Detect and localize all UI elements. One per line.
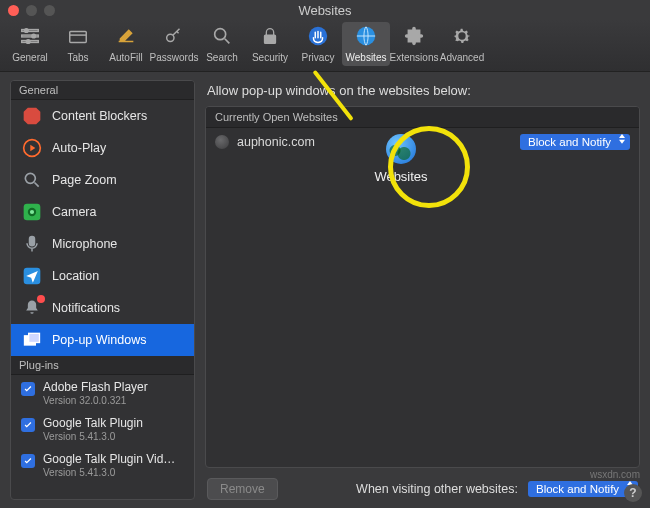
sidebar: General Content Blockers Auto-Play Page … bbox=[10, 80, 195, 500]
websites-list-panel: Currently Open Websites auphonic.com Blo… bbox=[205, 106, 640, 468]
svg-point-5 bbox=[26, 40, 30, 44]
remove-button[interactable]: Remove bbox=[207, 478, 278, 500]
toolbar-label: Passwords bbox=[150, 52, 199, 63]
footer-label: When visiting other websites: bbox=[356, 482, 518, 496]
site-globe-icon bbox=[215, 135, 229, 149]
svg-marker-12 bbox=[24, 108, 41, 125]
hand-icon bbox=[305, 23, 331, 49]
lock-icon bbox=[257, 23, 283, 49]
plugin-version: Version 5.41.3.0 bbox=[43, 431, 143, 442]
camera-icon bbox=[21, 201, 43, 223]
svg-point-7 bbox=[167, 34, 174, 41]
location-icon bbox=[21, 265, 43, 287]
sidebar-item-camera[interactable]: Camera bbox=[11, 196, 194, 228]
sidebar-item-content-blockers[interactable]: Content Blockers bbox=[11, 100, 194, 132]
sidebar-item-auto-play[interactable]: Auto-Play bbox=[11, 132, 194, 164]
sidebar-item-label: Content Blockers bbox=[52, 109, 147, 123]
toolbar-label: Extensions bbox=[390, 52, 439, 63]
gear-icon bbox=[449, 23, 475, 49]
toolbar-search[interactable]: Search bbox=[198, 22, 246, 66]
toolbar-label: General bbox=[12, 52, 48, 63]
titlebar: Websites bbox=[0, 0, 650, 20]
magnify-icon bbox=[21, 169, 43, 191]
sidebar-plugin-gtalk[interactable]: Google Talk Plugin Version 5.41.3.0 bbox=[11, 411, 194, 447]
toolbar-label: Websites bbox=[346, 52, 387, 63]
puzzle-icon bbox=[401, 23, 427, 49]
sidebar-item-pop-up-windows[interactable]: Pop-up Windows bbox=[11, 324, 194, 356]
checkbox-checked-icon[interactable] bbox=[21, 382, 35, 396]
toolbar-label: Advanced bbox=[440, 52, 484, 63]
toolbar-advanced[interactable]: Advanced bbox=[438, 22, 486, 66]
window-controls bbox=[8, 5, 55, 16]
sidebar-item-label: Auto-Play bbox=[52, 141, 106, 155]
plugin-name: Google Talk Plugin Vid… bbox=[43, 452, 175, 466]
main-title: Allow pop-up windows on the websites bel… bbox=[205, 80, 640, 106]
checkbox-checked-icon[interactable] bbox=[21, 454, 35, 468]
svg-point-3 bbox=[25, 29, 29, 33]
panel-footer: Remove When visiting other websites: Blo… bbox=[205, 468, 640, 500]
search-icon bbox=[209, 23, 235, 49]
sidebar-item-page-zoom[interactable]: Page Zoom bbox=[11, 164, 194, 196]
sidebar-item-label: Camera bbox=[52, 205, 96, 219]
sidebar-header-plugins: Plug-ins bbox=[11, 356, 194, 375]
checkbox-checked-icon[interactable] bbox=[21, 418, 35, 432]
website-domain: auphonic.com bbox=[237, 135, 512, 149]
sidebar-item-label: Notifications bbox=[52, 301, 120, 315]
toolbar-label: Tabs bbox=[67, 52, 88, 63]
svg-rect-6 bbox=[70, 31, 87, 42]
toolbar-websites[interactable]: Websites bbox=[342, 22, 390, 66]
preferences-toolbar: General Tabs AutoFill Passwords Search S… bbox=[0, 20, 650, 72]
svg-point-18 bbox=[30, 210, 34, 214]
plugin-version: Version 32.0.0.321 bbox=[43, 395, 148, 406]
toolbar-privacy[interactable]: Privacy bbox=[294, 22, 342, 66]
sidebar-item-microphone[interactable]: Microphone bbox=[11, 228, 194, 260]
toolbar-autofill[interactable]: AutoFill bbox=[102, 22, 150, 66]
main-panel: Allow pop-up windows on the websites bel… bbox=[205, 80, 640, 500]
svg-point-8 bbox=[215, 29, 226, 40]
toolbar-tabs[interactable]: Tabs bbox=[54, 22, 102, 66]
notification-badge-icon bbox=[37, 295, 45, 303]
stop-sign-icon bbox=[21, 105, 43, 127]
plugin-name: Adobe Flash Player bbox=[43, 380, 148, 394]
plugin-version: Version 5.41.3.0 bbox=[43, 467, 175, 478]
pencil-icon bbox=[113, 23, 139, 49]
svg-point-4 bbox=[32, 34, 36, 38]
svg-marker-14 bbox=[30, 145, 35, 152]
toolbar-security[interactable]: Security bbox=[246, 22, 294, 66]
svg-rect-9 bbox=[265, 35, 276, 43]
panel-header: Currently Open Websites bbox=[206, 107, 639, 128]
sidebar-item-location[interactable]: Location bbox=[11, 260, 194, 292]
sidebar-header-general: General bbox=[11, 81, 194, 100]
sidebar-plugin-gtalk-video[interactable]: Google Talk Plugin Vid… Version 5.41.3.0 bbox=[11, 447, 194, 483]
sidebar-item-label: Microphone bbox=[52, 237, 117, 251]
svg-rect-19 bbox=[30, 237, 35, 246]
toolbar-label: Search bbox=[206, 52, 238, 63]
key-icon bbox=[161, 23, 187, 49]
window-title: Websites bbox=[0, 3, 650, 18]
sidebar-item-label: Location bbox=[52, 269, 99, 283]
sidebar-item-label: Pop-up Windows bbox=[52, 333, 147, 347]
sidebar-item-label: Page Zoom bbox=[52, 173, 117, 187]
toolbar-label: AutoFill bbox=[109, 52, 142, 63]
minimize-window-button[interactable] bbox=[26, 5, 37, 16]
sidebar-item-notifications[interactable]: Notifications bbox=[11, 292, 194, 324]
play-circle-icon bbox=[21, 137, 43, 159]
default-option-select[interactable]: Block and Notify bbox=[528, 481, 638, 497]
help-button[interactable]: ? bbox=[624, 484, 642, 502]
svg-point-15 bbox=[25, 173, 35, 183]
globe-icon bbox=[353, 23, 379, 49]
website-option-select[interactable]: Block and Notify bbox=[520, 134, 630, 150]
content-area: General Content Blockers Auto-Play Page … bbox=[0, 72, 650, 508]
toolbar-label: Privacy bbox=[302, 52, 335, 63]
toolbar-extensions[interactable]: Extensions bbox=[390, 22, 438, 66]
sidebar-plugin-flash[interactable]: Adobe Flash Player Version 32.0.0.321 bbox=[11, 375, 194, 411]
windows-icon bbox=[21, 329, 43, 351]
toolbar-general[interactable]: General bbox=[6, 22, 54, 66]
maximize-window-button[interactable] bbox=[44, 5, 55, 16]
close-window-button[interactable] bbox=[8, 5, 19, 16]
tabs-icon bbox=[65, 23, 91, 49]
toolbar-passwords[interactable]: Passwords bbox=[150, 22, 198, 66]
website-row[interactable]: auphonic.com Block and Notify bbox=[206, 128, 639, 156]
toolbar-label: Security bbox=[252, 52, 288, 63]
mic-icon bbox=[21, 233, 43, 255]
